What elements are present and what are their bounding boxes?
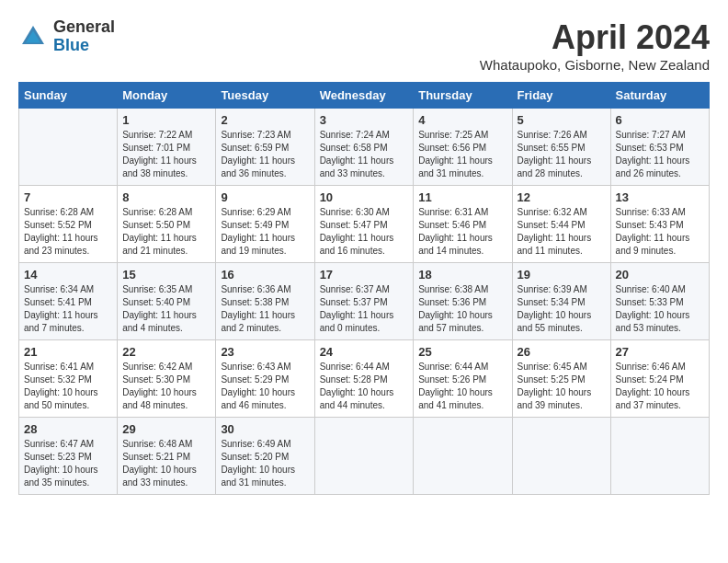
day-info: Sunrise: 6:37 AM Sunset: 5:37 PM Dayligh… <box>320 283 409 335</box>
col-friday: Friday <box>512 83 610 109</box>
day-number: 26 <box>518 345 606 359</box>
col-monday: Monday <box>118 83 216 109</box>
day-info: Sunrise: 6:49 AM Sunset: 5:20 PM Dayligh… <box>221 438 309 489</box>
logo: General Blue <box>18 18 115 55</box>
day-info: Sunrise: 6:38 AM Sunset: 5:36 PM Dayligh… <box>418 283 506 335</box>
day-info: Sunrise: 6:43 AM Sunset: 5:29 PM Dayligh… <box>221 361 309 412</box>
calendar-week-0: 1Sunrise: 7:22 AM Sunset: 7:01 PM Daylig… <box>19 109 710 186</box>
day-number: 25 <box>418 345 506 359</box>
calendar-cell: 24Sunrise: 6:44 AM Sunset: 5:28 PM Dayli… <box>314 340 414 418</box>
day-number: 22 <box>122 345 210 359</box>
calendar-cell: 11Sunrise: 6:31 AM Sunset: 5:46 PM Dayli… <box>414 186 512 263</box>
day-info: Sunrise: 6:42 AM Sunset: 5:30 PM Dayligh… <box>122 361 210 412</box>
day-info: Sunrise: 7:26 AM Sunset: 6:55 PM Dayligh… <box>518 129 606 180</box>
logo-general-text: General <box>53 18 115 37</box>
day-info: Sunrise: 6:33 AM Sunset: 5:43 PM Dayligh… <box>616 206 704 258</box>
calendar-cell: 25Sunrise: 6:44 AM Sunset: 5:26 PM Dayli… <box>414 340 512 418</box>
col-saturday: Saturday <box>610 83 709 109</box>
calendar-cell: 20Sunrise: 6:40 AM Sunset: 5:33 PM Dayli… <box>610 263 709 340</box>
day-number: 29 <box>122 422 210 436</box>
calendar-cell: 23Sunrise: 6:43 AM Sunset: 5:29 PM Dayli… <box>216 340 314 418</box>
calendar-body: 1Sunrise: 7:22 AM Sunset: 7:01 PM Daylig… <box>19 109 710 495</box>
calendar-cell: 22Sunrise: 6:42 AM Sunset: 5:30 PM Dayli… <box>118 340 216 418</box>
calendar-cell: 15Sunrise: 6:35 AM Sunset: 5:40 PM Dayli… <box>118 263 216 340</box>
day-info: Sunrise: 6:41 AM Sunset: 5:32 PM Dayligh… <box>24 361 112 412</box>
calendar-header: Sunday Monday Tuesday Wednesday Thursday… <box>19 83 710 109</box>
calendar-cell: 28Sunrise: 6:47 AM Sunset: 5:23 PM Dayli… <box>19 418 118 495</box>
day-info: Sunrise: 6:35 AM Sunset: 5:40 PM Dayligh… <box>122 283 210 335</box>
calendar-cell: 29Sunrise: 6:48 AM Sunset: 5:21 PM Dayli… <box>118 418 216 495</box>
day-number: 20 <box>616 268 704 282</box>
calendar-cell <box>19 109 118 186</box>
day-number: 12 <box>518 190 606 204</box>
day-info: Sunrise: 6:31 AM Sunset: 5:46 PM Dayligh… <box>418 206 506 258</box>
day-number: 3 <box>320 113 409 127</box>
title-block: April 2024 Whataupoko, Gisborne, New Zea… <box>480 18 710 73</box>
calendar-cell: 2Sunrise: 7:23 AM Sunset: 6:59 PM Daylig… <box>216 109 314 186</box>
col-wednesday: Wednesday <box>314 83 414 109</box>
col-tuesday: Tuesday <box>216 83 314 109</box>
day-number: 11 <box>418 190 506 204</box>
day-number: 9 <box>221 190 309 204</box>
calendar-week-1: 7Sunrise: 6:28 AM Sunset: 5:52 PM Daylig… <box>19 186 710 263</box>
day-number: 19 <box>518 268 606 282</box>
calendar-cell: 8Sunrise: 6:28 AM Sunset: 5:50 PM Daylig… <box>118 186 216 263</box>
calendar-cell: 12Sunrise: 6:32 AM Sunset: 5:44 PM Dayli… <box>512 186 610 263</box>
day-number: 16 <box>221 268 309 282</box>
calendar-cell <box>512 418 610 495</box>
day-number: 7 <box>24 190 112 204</box>
day-info: Sunrise: 6:47 AM Sunset: 5:23 PM Dayligh… <box>24 438 112 489</box>
calendar-cell: 7Sunrise: 6:28 AM Sunset: 5:52 PM Daylig… <box>19 186 118 263</box>
calendar-table: Sunday Monday Tuesday Wednesday Thursday… <box>18 82 710 495</box>
location-text: Whataupoko, Gisborne, New Zealand <box>480 57 710 73</box>
col-thursday: Thursday <box>414 83 512 109</box>
calendar-cell <box>314 418 414 495</box>
day-info: Sunrise: 6:32 AM Sunset: 5:44 PM Dayligh… <box>518 206 606 258</box>
day-info: Sunrise: 6:30 AM Sunset: 5:47 PM Dayligh… <box>320 206 409 258</box>
calendar-cell: 9Sunrise: 6:29 AM Sunset: 5:49 PM Daylig… <box>216 186 314 263</box>
day-info: Sunrise: 7:27 AM Sunset: 6:53 PM Dayligh… <box>616 129 704 180</box>
calendar-cell: 10Sunrise: 6:30 AM Sunset: 5:47 PM Dayli… <box>314 186 414 263</box>
calendar-cell: 18Sunrise: 6:38 AM Sunset: 5:36 PM Dayli… <box>414 263 512 340</box>
day-info: Sunrise: 7:23 AM Sunset: 6:59 PM Dayligh… <box>221 129 309 180</box>
day-number: 13 <box>616 190 704 204</box>
day-number: 8 <box>122 190 210 204</box>
calendar-week-2: 14Sunrise: 6:34 AM Sunset: 5:41 PM Dayli… <box>19 263 710 340</box>
day-info: Sunrise: 7:22 AM Sunset: 7:01 PM Dayligh… <box>122 129 210 180</box>
calendar-week-4: 28Sunrise: 6:47 AM Sunset: 5:23 PM Dayli… <box>19 418 710 495</box>
day-number: 6 <box>616 113 704 127</box>
day-info: Sunrise: 6:48 AM Sunset: 5:21 PM Dayligh… <box>122 438 210 489</box>
calendar-cell: 27Sunrise: 6:46 AM Sunset: 5:24 PM Dayli… <box>610 340 709 418</box>
day-number: 24 <box>320 345 409 359</box>
calendar-week-3: 21Sunrise: 6:41 AM Sunset: 5:32 PM Dayli… <box>19 340 710 418</box>
calendar-cell: 4Sunrise: 7:25 AM Sunset: 6:56 PM Daylig… <box>414 109 512 186</box>
day-number: 15 <box>122 268 210 282</box>
day-info: Sunrise: 7:24 AM Sunset: 6:58 PM Dayligh… <box>320 129 409 180</box>
calendar-cell <box>414 418 512 495</box>
day-number: 28 <box>24 422 112 436</box>
day-number: 30 <box>221 422 309 436</box>
day-info: Sunrise: 7:25 AM Sunset: 6:56 PM Dayligh… <box>418 129 506 180</box>
calendar-cell: 21Sunrise: 6:41 AM Sunset: 5:32 PM Dayli… <box>19 340 118 418</box>
calendar-cell: 26Sunrise: 6:45 AM Sunset: 5:25 PM Dayli… <box>512 340 610 418</box>
page-header: General Blue April 2024 Whataupoko, Gisb… <box>18 18 710 73</box>
header-row: Sunday Monday Tuesday Wednesday Thursday… <box>19 83 710 109</box>
day-number: 14 <box>24 268 112 282</box>
day-info: Sunrise: 6:39 AM Sunset: 5:34 PM Dayligh… <box>518 283 606 335</box>
day-info: Sunrise: 6:36 AM Sunset: 5:38 PM Dayligh… <box>221 283 309 335</box>
calendar-cell: 5Sunrise: 7:26 AM Sunset: 6:55 PM Daylig… <box>512 109 610 186</box>
day-number: 17 <box>320 268 409 282</box>
month-title: April 2024 <box>480 18 710 57</box>
calendar-cell: 13Sunrise: 6:33 AM Sunset: 5:43 PM Dayli… <box>610 186 709 263</box>
calendar-cell: 16Sunrise: 6:36 AM Sunset: 5:38 PM Dayli… <box>216 263 314 340</box>
day-number: 4 <box>418 113 506 127</box>
logo-text: General Blue <box>53 18 115 55</box>
logo-blue-text: Blue <box>53 37 115 55</box>
calendar-cell <box>610 418 709 495</box>
day-info: Sunrise: 6:40 AM Sunset: 5:33 PM Dayligh… <box>616 283 704 335</box>
logo-icon <box>18 22 48 52</box>
day-info: Sunrise: 6:29 AM Sunset: 5:49 PM Dayligh… <box>221 206 309 258</box>
day-number: 23 <box>221 345 309 359</box>
day-number: 21 <box>24 345 112 359</box>
day-info: Sunrise: 6:28 AM Sunset: 5:50 PM Dayligh… <box>122 206 210 258</box>
